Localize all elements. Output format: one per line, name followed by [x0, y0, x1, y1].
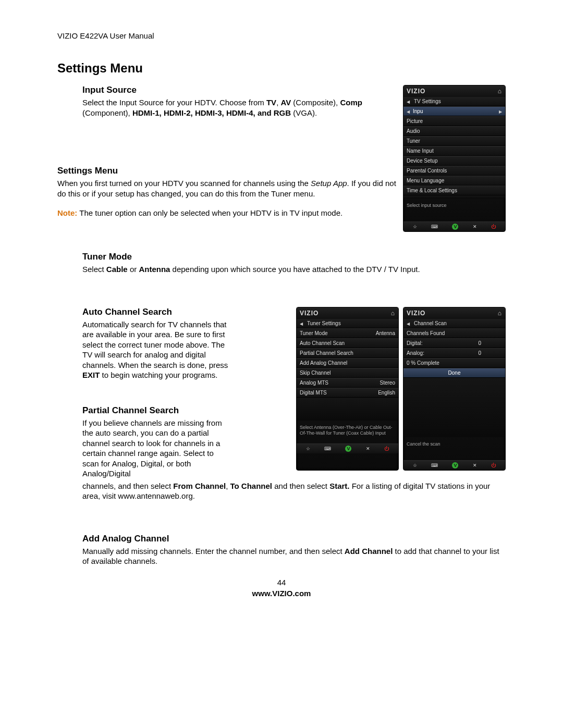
- close-icon[interactable]: ✕: [473, 463, 477, 468]
- tv-hint: Cancel the scan: [403, 437, 505, 460]
- menu-item-device-setup[interactable]: Device Setup: [403, 156, 505, 166]
- section-auto-search: Auto Channel Search Automatically search…: [82, 307, 228, 380]
- note-label: Note:: [57, 208, 77, 217]
- tv-hint: Select input source: [403, 199, 505, 221]
- row-skip-channel[interactable]: Skip Channel: [297, 368, 398, 378]
- tv-brand: VIZIO: [407, 88, 425, 95]
- heading-auto-search: Auto Channel Search: [82, 307, 228, 317]
- keyboard-icon[interactable]: ⌨: [431, 463, 438, 468]
- tv-breadcrumb[interactable]: Channel Scan: [403, 319, 505, 328]
- section-tuner-mode: Tuner Mode Select Cable or Antenna depen…: [82, 252, 506, 275]
- home-icon[interactable]: ⌂: [391, 310, 395, 317]
- keyboard-icon[interactable]: ⌨: [431, 224, 438, 229]
- channel-scan-panel: VIZIO ⌂ Channel Scan Channels Found Digi…: [403, 307, 506, 471]
- star-icon[interactable]: ☆: [413, 463, 417, 468]
- tv-breadcrumb[interactable]: Tuner Settings: [297, 319, 398, 328]
- tv-nav: ☆ ⌨ V ✕ ⏻: [297, 443, 398, 453]
- tuner-settings-panel: VIZIO ⌂ Tuner Settings Tuner ModeAntenna…: [296, 307, 399, 471]
- ok-icon[interactable]: V: [452, 224, 458, 230]
- row-analog-mts[interactable]: Analog MTSStereo: [297, 378, 398, 388]
- heading-tuner-mode: Tuner Mode: [82, 252, 506, 262]
- ok-icon[interactable]: V: [452, 462, 458, 468]
- star-icon[interactable]: ☆: [413, 224, 417, 229]
- back-icon[interactable]: [407, 320, 411, 326]
- close-icon[interactable]: ✕: [473, 224, 477, 229]
- tv-nav: ☆ ⌨ V ✕ ⏻: [403, 221, 505, 231]
- row-digital-mts[interactable]: Digital MTSEnglish: [297, 388, 398, 398]
- row-partial-search[interactable]: Partial Channel Search: [297, 348, 398, 358]
- tv-hint: Select Antenna (Over-The-Air) or Cable O…: [297, 421, 398, 443]
- menu-item-time[interactable]: Time & Local Settings: [403, 186, 505, 195]
- panels-pair: VIZIO ⌂ Tuner Settings Tuner ModeAntenna…: [296, 307, 506, 471]
- page-title: Settings Menu: [57, 61, 506, 76]
- tv-nav: ☆ ⌨ V ✕ ⏻: [403, 460, 505, 470]
- menu-item-tuner[interactable]: Tuner: [403, 136, 505, 146]
- tv-breadcrumb[interactable]: TV Settings: [403, 97, 505, 106]
- menu-item-audio[interactable]: Audio: [403, 126, 505, 136]
- heading-add-analog: Add Analog Channel: [82, 534, 506, 544]
- home-icon[interactable]: ⌂: [498, 88, 502, 95]
- power-icon[interactable]: ⏻: [491, 463, 496, 468]
- menu-item-picture[interactable]: Picture: [403, 116, 505, 126]
- menu-item-name-input[interactable]: Name Input: [403, 146, 505, 156]
- row-auto-scan[interactable]: Auto Channel Scan: [297, 338, 398, 348]
- ok-icon[interactable]: V: [345, 446, 351, 452]
- page-footer: 44 www.VIZIO.com: [57, 578, 506, 598]
- footer-url: www.VIZIO.com: [57, 589, 506, 598]
- power-icon[interactable]: ⏻: [491, 224, 496, 229]
- menu-item-input[interactable]: Inpu: [403, 106, 505, 116]
- tv-brand: VIZIO: [300, 310, 319, 317]
- home-icon[interactable]: ⌂: [498, 310, 502, 317]
- menu-item-language[interactable]: Menu Language: [403, 176, 505, 186]
- tv-settings-panel: VIZIO ⌂ TV Settings Inpu Picture Audio T…: [403, 85, 506, 232]
- row-digital-count: Digital:0: [403, 338, 505, 348]
- row-tuner-mode[interactable]: Tuner ModeAntenna: [297, 328, 398, 338]
- keyboard-icon[interactable]: ⌨: [324, 446, 331, 451]
- row-add-analog[interactable]: Add Analog Channel: [297, 358, 398, 368]
- star-icon[interactable]: ☆: [306, 446, 310, 451]
- row-analog-count: Analog:0: [403, 348, 505, 358]
- back-icon[interactable]: [407, 98, 411, 104]
- back-icon[interactable]: [300, 320, 304, 326]
- power-icon[interactable]: ⏻: [384, 446, 389, 451]
- row-channels-found: Channels Found: [403, 328, 505, 338]
- done-button[interactable]: Done: [403, 368, 505, 378]
- menu-item-parental[interactable]: Parental Controls: [403, 166, 505, 176]
- close-icon[interactable]: ✕: [366, 446, 370, 451]
- doc-header: VIZIO E422VA User Manual: [57, 31, 506, 40]
- row-percent-complete: 0 % Complete: [403, 358, 505, 368]
- tv-brand: VIZIO: [407, 310, 425, 317]
- page-number: 44: [57, 578, 506, 587]
- section-add-analog: Add Analog Channel Manually add missing …: [82, 534, 506, 566]
